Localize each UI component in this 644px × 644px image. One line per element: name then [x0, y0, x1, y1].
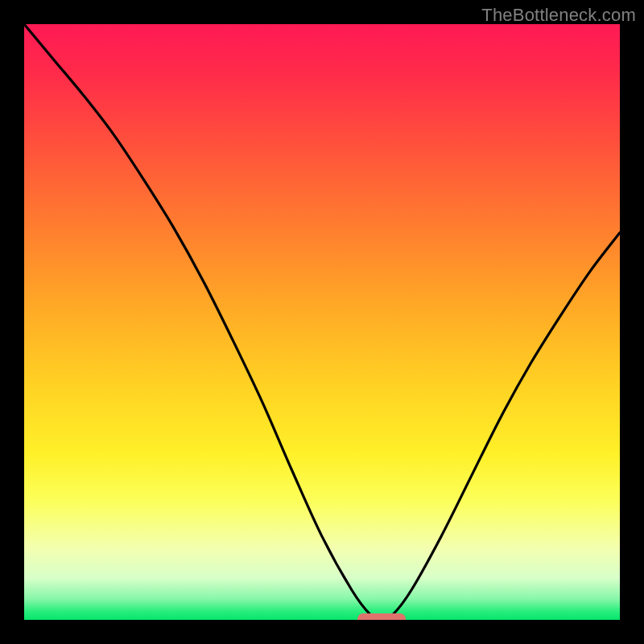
watermark-text: TheBottleneck.com — [481, 5, 636, 26]
bottleneck-chart: TheBottleneck.com — [0, 0, 644, 644]
plot-area — [24, 24, 620, 620]
optimal-marker — [357, 613, 405, 620]
bottleneck-curve — [24, 24, 620, 620]
